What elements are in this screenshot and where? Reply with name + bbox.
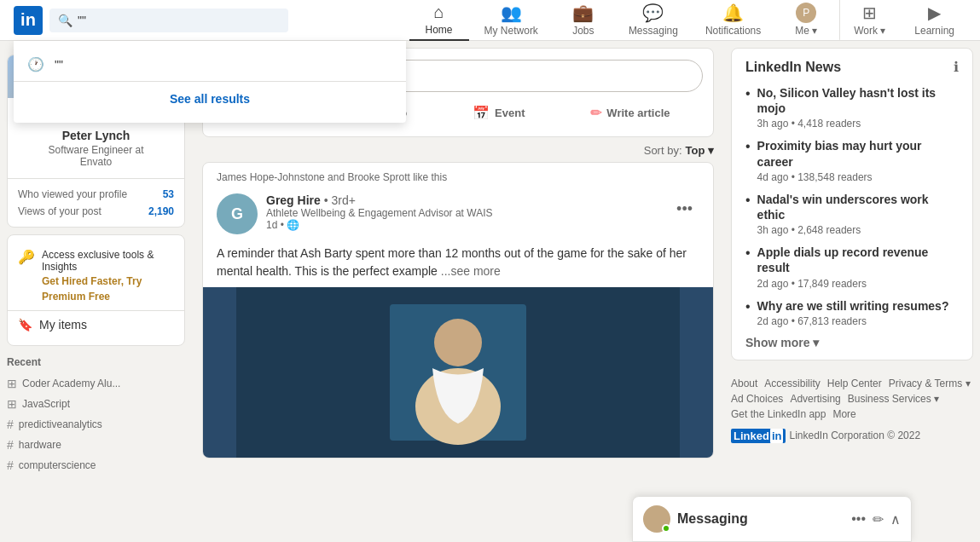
- news-headline-2[interactable]: Nadal's win underscores work ethic: [757, 192, 959, 222]
- messaging-title: Messaging: [677, 511, 748, 527]
- search-recent-item[interactable]: 🕐 "": [14, 48, 406, 81]
- premium-promo[interactable]: 🔑 Access exclusive tools & Insights Get …: [8, 242, 184, 310]
- news-meta-0: 3h ago • 4,418 readers: [757, 118, 959, 130]
- nav-item-messaging[interactable]: 💬 Messaging: [617, 0, 690, 41]
- nav-item-me[interactable]: P Me ▾: [776, 0, 836, 41]
- article-icon: ✏: [590, 105, 601, 121]
- bullet-icon-3: •: [745, 245, 751, 261]
- news-item-0: • No, Silicon Valley hasn't lost its moj…: [745, 85, 959, 130]
- group-icon: ⊞: [7, 377, 17, 390]
- me-avatar: P: [796, 3, 816, 23]
- bookmark-icon: 🔖: [18, 318, 32, 332]
- messaging-header[interactable]: Messaging ••• ✏ ∧: [633, 497, 911, 541]
- see-more-button[interactable]: ...see more: [441, 264, 501, 278]
- premium-link[interactable]: Get Hired Faster, Try Premium Free: [42, 275, 142, 303]
- info-icon[interactable]: ℹ: [954, 59, 959, 75]
- hash-icon-2: #: [7, 438, 14, 452]
- news-card: LinkedIn News ℹ • No, Silicon Valley has…: [731, 48, 973, 360]
- linkedin-footer-logo: Linkedin LinkedIn Corporation © 2022: [731, 429, 920, 443]
- post-more-button[interactable]: •••: [670, 193, 699, 225]
- feed-sort: Sort by: Top ▾: [202, 144, 714, 157]
- post-author-avatar[interactable]: G: [217, 193, 258, 234]
- footer-advertising[interactable]: Advertising: [790, 393, 840, 405]
- home-icon: ⌂: [433, 3, 444, 22]
- copyright: LinkedIn Corporation © 2022: [789, 430, 920, 441]
- news-headline-0[interactable]: No, Silicon Valley hasn't lost its mojo: [757, 85, 959, 116]
- search-input[interactable]: [78, 14, 280, 27]
- chevron-down-icon: ▾: [813, 336, 819, 349]
- news-item-1: • Proximity bias may hurt your career 4d…: [745, 138, 959, 182]
- who-viewed-stat[interactable]: Who viewed your profile 53: [18, 186, 174, 203]
- online-indicator: [662, 524, 670, 533]
- footer-ad-choices[interactable]: Ad Choices: [731, 393, 783, 405]
- profile-stats: Who viewed your profile 53 Views of your…: [8, 179, 184, 227]
- feed-post-0: James Hope-Johnstone and Brooke Sprott l…: [202, 162, 714, 458]
- search-recent-text: "": [55, 58, 63, 72]
- recent-item-hardware[interactable]: # hardware: [7, 435, 185, 455]
- article-action[interactable]: ✏ Write article: [582, 100, 678, 126]
- show-more-button[interactable]: Show more ▾: [745, 336, 959, 349]
- event-icon: 📅: [473, 105, 490, 121]
- footer-more[interactable]: More: [832, 408, 855, 420]
- search-bar[interactable]: 🔍: [49, 9, 288, 32]
- nav-item-notifications[interactable]: 🔔 Notifications: [693, 0, 773, 41]
- footer-accessibility[interactable]: Accessibility: [764, 378, 820, 389]
- footer-business[interactable]: Business Services ▾: [848, 393, 939, 405]
- views-stat[interactable]: Views of your post 2,190: [18, 203, 174, 220]
- news-meta-3: 2d ago • 17,849 readers: [757, 278, 959, 290]
- news-meta-4: 2d ago • 67,813 readers: [757, 315, 949, 327]
- messaging-icon: 💬: [642, 3, 664, 23]
- footer-help[interactable]: Help Center: [827, 378, 882, 389]
- news-meta-1: 4d ago • 138,548 readers: [757, 171, 959, 183]
- news-item-2: • Nadal's win underscores work ethic 3h …: [745, 192, 959, 236]
- work-icon: ⊞: [862, 3, 877, 23]
- nav-label-home: Home: [426, 24, 453, 36]
- news-item-4: • Why are we still writing resumes? 2d a…: [745, 298, 959, 327]
- news-content-1: Proximity bias may hurt your career 4d a…: [757, 138, 959, 182]
- nav-item-learning[interactable]: ▶ Learning: [902, 0, 966, 41]
- nav-item-jobs[interactable]: 💼 Jobs: [554, 0, 613, 41]
- news-header: LinkedIn News ℹ: [745, 59, 959, 75]
- sort-dropdown[interactable]: Top ▾: [686, 144, 714, 157]
- event-action[interactable]: 📅 Event: [464, 100, 533, 126]
- premium-icon: 🔑: [18, 249, 35, 265]
- see-all-results-button[interactable]: See all results: [14, 81, 406, 116]
- nav-label-learning: Learning: [914, 25, 954, 37]
- my-items-button[interactable]: 🔖 My items: [8, 311, 184, 338]
- nav-item-home[interactable]: ⌂ Home: [409, 0, 469, 41]
- nav-item-work[interactable]: ⊞ Work ▾: [839, 0, 899, 41]
- messaging-actions: ••• ✏ ∧: [851, 511, 901, 528]
- post-author-name[interactable]: Greg Hire • 3rd+: [266, 193, 661, 207]
- bullet-icon-1: •: [745, 139, 751, 154]
- recent-item-predictiveanalytics[interactable]: # predictiveanalytics: [7, 414, 185, 435]
- recent-section: Recent ⊞ Coder Academy Alu... ⊞ JavaScri…: [7, 353, 185, 476]
- post-subtitle: Athlete Wellbeing & Engagement Advisor a…: [266, 207, 661, 219]
- footer-about[interactable]: About: [731, 378, 757, 389]
- messaging-left: Messaging: [643, 505, 748, 533]
- search-dropdown: 🕐 "" See all results: [14, 41, 406, 123]
- footer-app[interactable]: Get the LinkedIn app: [731, 408, 826, 420]
- news-headline-3[interactable]: Apple dials up record revenue result: [757, 245, 959, 275]
- news-content-0: No, Silicon Valley hasn't lost its mojo …: [757, 85, 959, 130]
- nav-item-network[interactable]: 👥 My Network: [473, 0, 550, 41]
- recent-item-coder[interactable]: ⊞ Coder Academy Alu...: [7, 373, 185, 394]
- nav-items: ⌂ Home 👥 My Network 💼 Jobs 💬 Messaging 🔔…: [409, 0, 966, 41]
- notifications-icon: 🔔: [722, 3, 744, 23]
- collapse-messaging-button[interactable]: ∧: [890, 511, 901, 528]
- recent-item-computerscience[interactable]: # computerscience: [7, 455, 185, 476]
- linkedin-logo[interactable]: in: [14, 6, 43, 35]
- profile-title: Software Engineer at Envato: [8, 144, 184, 178]
- premium-text: Access exclusive tools & Insights: [42, 249, 174, 273]
- group-icon-2: ⊞: [7, 397, 17, 411]
- hash-icon-3: #: [7, 458, 14, 472]
- hash-icon: #: [7, 418, 14, 431]
- messaging-options-button[interactable]: •••: [851, 511, 866, 527]
- post-meta: Greg Hire • 3rd+ Athlete Wellbeing & Eng…: [266, 193, 661, 231]
- compose-message-button[interactable]: ✏: [873, 511, 884, 528]
- recent-item-javascript[interactable]: ⊞ JavaScript: [7, 394, 185, 414]
- news-headline-1[interactable]: Proximity bias may hurt your career: [757, 138, 959, 169]
- news-headline-4[interactable]: Why are we still writing resumes?: [757, 298, 949, 314]
- profile-name[interactable]: Peter Lynch: [8, 129, 184, 144]
- footer-privacy[interactable]: Privacy & Terms ▾: [889, 378, 971, 389]
- news-content-2: Nadal's win underscores work ethic 3h ag…: [757, 192, 959, 236]
